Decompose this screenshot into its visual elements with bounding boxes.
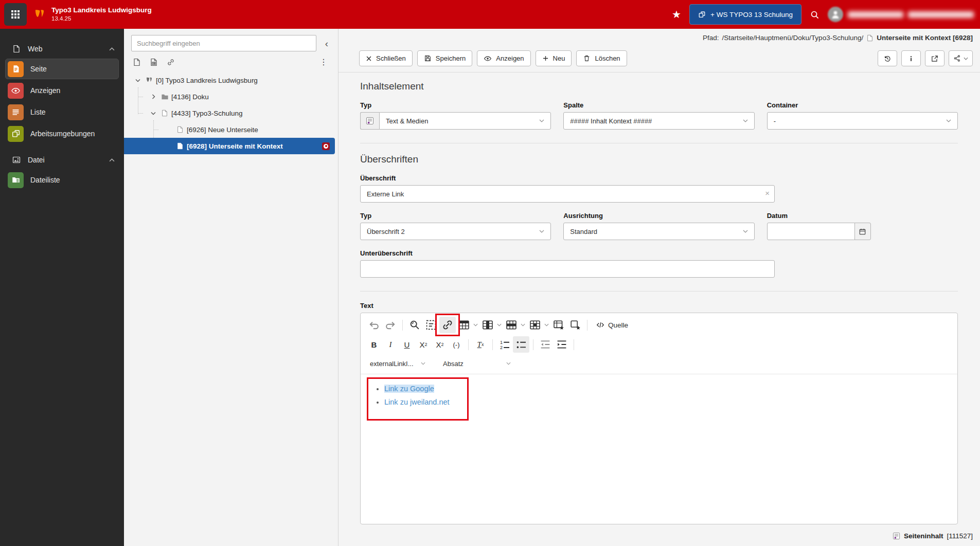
delete-button[interactable]: Löschen (576, 50, 627, 66)
soft-hyphen-icon[interactable]: (-) (448, 336, 465, 353)
sidebar-group-web[interactable]: Web (0, 40, 124, 58)
underline-icon[interactable]: U (399, 336, 415, 353)
table-column-icon[interactable] (479, 317, 496, 333)
merge-cell-icon[interactable] (527, 317, 543, 333)
chevron-down-icon[interactable] (148, 112, 159, 115)
toolbar-separator (533, 339, 533, 350)
bold-icon[interactable]: B (366, 336, 382, 353)
share-menu-button[interactable] (949, 50, 973, 66)
datum-input[interactable] (767, 223, 855, 240)
trash-icon (583, 54, 591, 62)
tree-node-typo3-schulung[interactable]: [4433] Typo3-Schulung (124, 105, 338, 121)
tree-node-neue-unterseite[interactable]: [6926] Neue Unterseite (124, 121, 338, 138)
outdent-icon[interactable] (537, 336, 554, 353)
indent-icon[interactable] (554, 336, 570, 353)
clear-input-icon[interactable]: × (765, 189, 770, 197)
info-icon[interactable] (901, 50, 921, 66)
ordered-list-icon[interactable]: 12 (496, 336, 513, 353)
new-button[interactable]: Neu (536, 50, 572, 66)
history-icon[interactable] (878, 50, 897, 66)
chevron-down-icon (743, 119, 748, 122)
tree-node-label: [4433] Typo3-Schulung (171, 110, 243, 117)
username-redacted (908, 11, 974, 18)
tree-node-unterseite-mit-kontext[interactable]: [6928] Unterseite mit Kontext (124, 138, 335, 154)
calendar-icon[interactable] (854, 223, 871, 240)
collapse-tree-icon[interactable]: ‹ (320, 39, 333, 48)
chevron-down-icon[interactable] (497, 323, 502, 326)
ausrichtung-select[interactable]: Standard (563, 223, 754, 240)
search-icon[interactable] (810, 10, 819, 20)
sidebar-item-seite[interactable]: Seite (5, 59, 119, 79)
paragraph-format-dropdown[interactable]: Absatz (439, 356, 515, 371)
spalte-select[interactable]: ##### Inhalt Kontext ##### (563, 112, 754, 130)
remove-format-icon[interactable]: Tx (472, 336, 489, 353)
ueberschrift-typ-select[interactable]: Überschrift 2 (360, 223, 551, 240)
breadcrumb-path[interactable]: /Startseite/Hauptmenü/Doku/Typo3-Schulun… (722, 34, 864, 42)
toolbar-separator (492, 339, 493, 350)
subscript-icon[interactable]: X2 (415, 336, 432, 353)
site-info[interactable]: Typo3 Landkreis Ludwigsburg 13.4.25 (51, 6, 152, 22)
section-divider (360, 143, 958, 143)
username-redacted (848, 11, 903, 18)
chevron-down-icon (539, 230, 544, 233)
modules-grid-button[interactable] (4, 3, 27, 26)
chevron-down-icon[interactable] (132, 79, 144, 82)
sidebar-item-liste[interactable]: Liste (5, 102, 119, 122)
close-icon (366, 56, 372, 62)
chevron-up-icon (109, 47, 115, 51)
open-in-new-window-icon[interactable] (925, 50, 945, 66)
chevron-down-icon[interactable] (473, 323, 478, 326)
table-properties-icon[interactable] (550, 317, 567, 333)
field-container: Container - (767, 101, 958, 130)
style-dropdown[interactable]: externalLinkI... (366, 356, 430, 371)
cell-properties-icon[interactable] (567, 317, 583, 333)
grid-menu-icon (11, 10, 20, 19)
link-icon[interactable] (439, 317, 456, 333)
user-menu[interactable] (828, 7, 974, 22)
sidebar-item-arbeitsumgebungen[interactable]: Arbeitsumgebungen (5, 123, 119, 144)
chevron-down-icon[interactable] (521, 323, 525, 326)
close-button[interactable]: Schließen (359, 50, 413, 66)
redo-icon[interactable] (382, 317, 399, 333)
typ-select[interactable]: Text & Medien (379, 112, 551, 130)
field-label: Ausrichtung (563, 212, 754, 220)
field-label: Überschrift (360, 174, 958, 182)
tree-node-label: [4136] Doku (171, 93, 209, 101)
bookmark-star-icon[interactable]: ★ (672, 9, 681, 20)
table-row-icon[interactable] (503, 317, 520, 333)
ueberschrift-input[interactable] (360, 185, 775, 203)
chevron-right-icon[interactable] (148, 94, 159, 99)
select-all-icon[interactable] (423, 317, 439, 333)
bullet-list-icon[interactable] (513, 336, 529, 353)
sidebar-item-dateiliste[interactable]: Dateiliste (5, 170, 119, 190)
link-icon[interactable] (167, 58, 175, 66)
tree-search-input[interactable] (131, 35, 316, 51)
field-ueberschrift-typ: Typ Überschrift 2 (360, 212, 551, 240)
workspace-icon (698, 11, 706, 19)
chevron-down-icon[interactable] (544, 323, 549, 326)
rte-editable[interactable]: Link zu Google Link zu jweiland.net (361, 374, 957, 524)
link-jweiland[interactable]: Link zu jweiland.net (384, 398, 450, 406)
chevron-down-icon (421, 362, 425, 365)
workspace-button[interactable]: + WS TYPO3 13 Schulung (689, 4, 801, 25)
save-button[interactable]: Speichern (417, 50, 473, 66)
view-button[interactable]: Anzeigen (477, 50, 530, 66)
tree-node-doku[interactable]: [4136] Doku (124, 88, 338, 105)
insert-table-icon[interactable] (456, 317, 472, 333)
sidebar-group-datei[interactable]: Datei (0, 151, 124, 169)
new-page-icon[interactable] (133, 58, 141, 66)
tree-more-icon[interactable]: ⋮ (316, 57, 331, 67)
link-google[interactable]: Link zu Google (384, 385, 434, 393)
container-select[interactable]: - (767, 112, 958, 130)
unterueberschrift-input[interactable] (360, 260, 775, 278)
sidebar-item-anzeigen[interactable]: Anzeigen (5, 80, 119, 101)
undo-icon[interactable] (366, 317, 382, 333)
chevron-down-icon (539, 119, 544, 122)
tree-node-root[interactable]: [0] Typo3 Landkreis Ludwigsburg (124, 72, 338, 88)
new-page-drag-icon[interactable] (150, 58, 158, 66)
list-item: Link zu Google (384, 385, 957, 393)
superscript-icon[interactable]: X2 (432, 336, 448, 353)
italic-icon[interactable]: I (382, 336, 399, 353)
find-replace-icon[interactable] (406, 317, 423, 333)
source-icon[interactable]: Quelle (591, 317, 633, 333)
